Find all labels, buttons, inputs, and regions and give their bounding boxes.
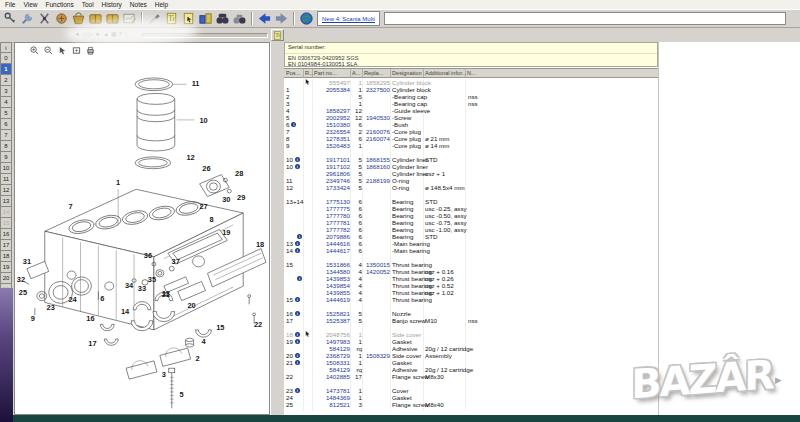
sheet-tab-5[interactable]: 5 [0,108,12,119]
parts-row[interactable]: 4185829712-Guide sleeve [284,107,658,114]
parts-row[interactable]: 55549711858295Cylinder block [284,79,658,86]
parts-row[interactable]: 584129rqAdhesive20g / 12 cartridge [284,345,658,352]
parts-row[interactable]: 6i15103806-Bush [284,121,658,128]
toolbar-binoculars-dark-icon[interactable] [231,11,248,27]
sheet-tab-16[interactable]: 16 [0,229,12,240]
parts-row[interactable]: 10i191710251868160Cylinder liner [284,163,658,170]
column-header[interactable]: R... [305,70,314,76]
parts-row[interactable]: 14i14446176-Main bearing [284,247,658,254]
parts-row[interactable]: 13+1417751306BearingSTD [284,198,658,205]
parts-row[interactable]: 13i14446166-Main bearing [284,240,658,247]
info-icon[interactable]: i [295,339,300,344]
info-icon[interactable]: i [297,276,302,281]
toolbar-globe-icon[interactable] [298,11,315,27]
parts-row[interactable]: 17777806Bearingusc -0.50, assy [284,212,658,219]
parts-row[interactable]: 1205538412327500Cylinder block [284,86,658,93]
parts-row[interactable]: 17777816Bearingusc -0.75, assy [284,219,658,226]
address-field[interactable] [384,12,786,25]
toolbar-hand-icon[interactable] [53,11,70,27]
toolbar-key-icon[interactable] [2,11,19,27]
sheet-tab-6[interactable]: 6 [0,119,12,130]
sheet-tab-15[interactable]: 15 [0,218,12,229]
parts-row[interactable]: 8127835162160074-Core plugø 21 mm [284,135,658,142]
column-header[interactable]: Repla... [364,70,383,76]
parts-row[interactable]: 14398554Thrust bearingosz + 1.02 [284,289,658,296]
zoom-out-icon[interactable] [43,45,54,56]
parts-row[interactable]: 16i15258215Nozzle [284,310,658,317]
sheet-tab-19[interactable]: 19 [0,262,12,273]
info-icon[interactable]: i [295,388,300,393]
column-header[interactable]: Pos... [286,70,300,76]
info-icon[interactable]: i [295,157,300,162]
pointer-icon[interactable] [57,45,68,56]
info-icon[interactable]: i [295,241,300,246]
info-icon[interactable]: i [295,297,300,302]
parts-row[interactable]: 1217334245O-ringø 148.5x4 mm [284,184,658,191]
parts-row[interactable]: 15i14446194Thrust bearing [284,296,658,303]
menu-file[interactable]: File [5,1,15,9]
column-header[interactable]: A... [352,70,360,76]
toolbar-binoculars-icon[interactable] [214,11,231,27]
parts-row[interactable]: 7232655422160076-Core plug [284,128,658,135]
sheet-tab-11[interactable]: 11 [0,174,12,185]
parts-row[interactable]: 10i191710151868155Cylinder linerSTD [284,156,658,163]
parts-row[interactable]: 258125213Flange screwM8x40 [284,401,658,408]
session-link[interactable]: New 4: Scania Multi [322,16,375,22]
sheet-tab-3[interactable]: 3 [0,86,12,97]
column-header[interactable]: Additional infor... [425,70,466,76]
info-icon[interactable]: i [295,360,300,365]
info-icon[interactable]: i [295,332,300,337]
parts-row[interactable]: 17777826Bearingusc -1.00, assy [284,226,658,233]
info-icon[interactable]: i [295,353,300,358]
info-icon[interactable]: i [295,164,300,169]
toolbar-arrow-left-icon[interactable] [256,11,273,27]
sheet-tab-13[interactable]: 13 [0,196,12,207]
parts-row[interactable]: 52002952121940530-Screw [284,114,658,121]
sheet-tab-i[interactable]: i [0,42,12,53]
sheet-tab-2[interactable]: 2 [0,75,12,86]
parts-row[interactable]: 18i20487561Side cover [284,331,658,338]
parts-row[interactable]: 17777756Bearingusc -0.25, assy [284,205,658,212]
toolbar-arrow-right-icon[interactable] [273,11,290,27]
info-icon[interactable]: i [291,122,296,127]
parts-row[interactable]: 15153186641350015Thrust bearing [284,261,658,268]
parts-row[interactable]: 20i236872911508329Side coverAssembly [284,352,658,359]
parts-row[interactable]: 2414843691Gasket [284,394,658,401]
info-icon[interactable]: i [295,248,300,253]
sheet-tab-1[interactable]: 1 [0,64,12,75]
menu-functions[interactable]: Functions [45,1,73,9]
toolbar-wrench-icon[interactable] [19,11,36,27]
sheet-tab-9[interactable]: 9 [0,152,12,163]
toolbar-pliers-icon[interactable] [36,11,53,27]
parts-row[interactable]: 915264831-Core plugø 14 mm [284,142,658,149]
menu-help[interactable]: Help [155,1,168,9]
print-icon[interactable] [85,45,96,56]
parts-row[interactable]: 29618065Cylinder linerosz + 1 [284,170,658,177]
parts-row[interactable]: 11234974652188199O-ring [284,177,658,184]
parts-row[interactable]: 134458041420052Thrust bearingosz + 0.16 [284,268,658,275]
menu-notes[interactable]: Notes [130,1,147,9]
sheet-tab-10[interactable]: 10 [0,163,12,174]
sheet-tab-17[interactable]: 17 [0,240,12,251]
parts-row[interactable]: 1715253875Banjo screwM10nss [284,317,658,324]
sheet-tab-20[interactable]: 20 [0,273,12,284]
parts-row[interactable]: 21i15083311Gasket [284,359,658,366]
parts-list-icon[interactable]: Ti [271,29,284,41]
parts-row[interactable]: 19i14979831Gasket [284,338,658,345]
parts-row[interactable]: 25-Bearing capnss [284,93,658,100]
column-header[interactable]: N... [467,70,476,76]
column-header[interactable]: Part no... [314,70,337,76]
parts-row[interactable]: 14398544Thrust bearingosz + 0.52 [284,282,658,289]
pan-icon[interactable] [71,45,82,56]
sheet-tab-14[interactable]: 14 [0,207,12,218]
sheet-tab-8[interactable]: 8 [0,141,12,152]
column-header[interactable]: Designation [392,70,422,76]
info-icon[interactable]: i [297,234,302,239]
sheet-tab-18[interactable]: 18 [0,251,12,262]
parts-row[interactable]: i14398534Thrust bearingosz + 0.26 [284,275,658,282]
parts-row[interactable]: 22140288517Flange screwM8x30 [284,373,658,380]
menu-history[interactable]: History [102,1,122,9]
parts-row[interactable]: 23i14737811Cover [284,387,658,394]
info-icon[interactable]: i [295,311,300,316]
sheet-tab-7[interactable]: 7 [0,130,12,141]
